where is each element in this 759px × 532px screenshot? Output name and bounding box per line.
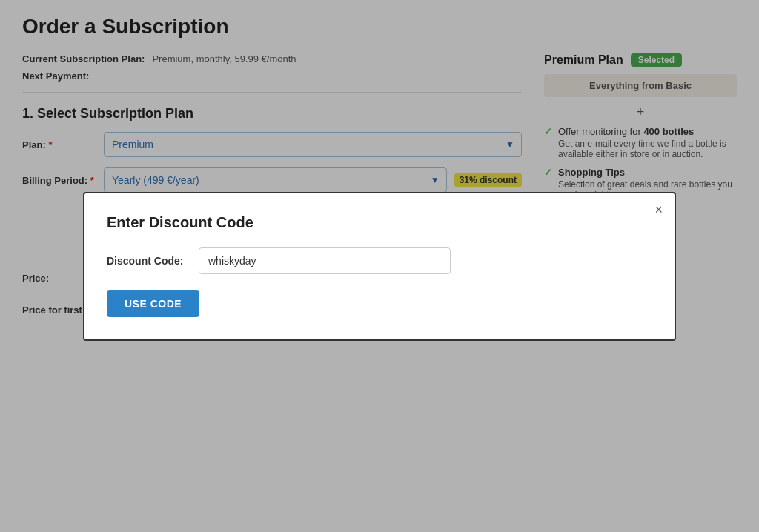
modal-field-label: Discount Code: xyxy=(107,255,188,267)
use-code-button[interactable]: USE CODE xyxy=(107,290,199,317)
discount-code-input[interactable] xyxy=(199,247,451,274)
modal-close-btn[interactable]: × xyxy=(654,202,663,218)
modal-title: Enter Discount Code xyxy=(107,214,652,231)
modal-overlay: × Enter Discount Code Discount Code: USE… xyxy=(0,0,759,350)
discount-modal: × Enter Discount Code Discount Code: USE… xyxy=(83,192,676,341)
